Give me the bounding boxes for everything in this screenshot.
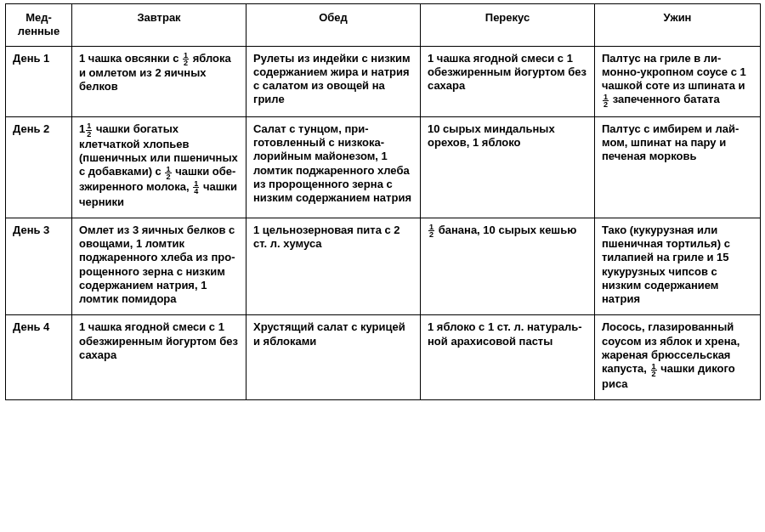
cell-breakfast: 112 чашки богатых клетчаткой хлопьев (пш… [72, 116, 246, 218]
header-snack: Перекус [421, 4, 595, 47]
cell-dinner: Лосось, глазированный соусом из яблок и … [595, 315, 761, 400]
header-breakfast: Завтрак [72, 4, 246, 47]
cell-dinner: Палтус на гриле в ли­монно-укропном соус… [595, 46, 761, 116]
fraction-quarter-icon: 14 [193, 180, 199, 195]
cell-lunch: 1 цельнозерновая пита с 2 ст. л. хумуса [246, 218, 421, 315]
header-slow: Мед-ленные [6, 4, 72, 47]
day-label: День 1 [6, 46, 72, 116]
cell-breakfast: 1 чашка ягодной сме­си с 1 обезжиренным … [72, 315, 246, 400]
fraction-half-icon: 12 [603, 93, 609, 108]
cell-snack: 1 яблоко с 1 ст. л. на­тураль­ной арахис… [421, 315, 595, 400]
table-row: День 3 Омлет из 3 яичных белков с овощам… [6, 218, 761, 315]
cell-snack: 1 чашка ягодной смеси с 1 обезжиренным й… [421, 46, 595, 116]
header-dinner: Ужин [595, 4, 761, 47]
fraction-half-icon: 12 [651, 363, 657, 377]
cell-snack: 12 банана, 10 сырых кешью [421, 218, 595, 315]
fraction-half-icon: 12 [428, 224, 434, 238]
cell-lunch: Рулеты из индейки с низ­ким содержанием … [246, 46, 421, 116]
table-row: День 1 1 чашка овсянки с 12 яблока и ом­… [6, 46, 761, 116]
fraction-half-icon: 12 [86, 122, 92, 137]
cell-breakfast: 1 чашка овсянки с 12 яблока и ом­летом и… [72, 46, 246, 116]
meal-plan-table: Мед-ленные Завтрак Обед Перекус Ужин Ден… [5, 3, 761, 400]
cell-snack: 10 сырых миндальных орехов, 1 яблоко [421, 116, 595, 218]
cell-breakfast: Омлет из 3 яичных белков с овощами, 1 ло… [72, 218, 246, 315]
header-lunch: Обед [246, 4, 421, 47]
table-row: День 2 112 чашки богатых клетчаткой хлоп… [6, 116, 761, 218]
day-label: День 2 [6, 116, 72, 218]
day-label: День 3 [6, 218, 72, 315]
table-row: День 4 1 чашка ягодной сме­си с 1 обезжи… [6, 315, 761, 400]
table-header-row: Мед-ленные Завтрак Обед Перекус Ужин [6, 4, 761, 47]
cell-dinner: Тако (кукурузная или пшеничная тортилья)… [595, 218, 761, 315]
cell-lunch: Салат с тунцом, при­готовленный с низкок… [246, 116, 421, 218]
cell-dinner: Палтус с имбирем и лай­мом, шпинат на па… [595, 116, 761, 218]
fraction-half-icon: 12 [165, 166, 171, 180]
cell-lunch: Хрустящий салат с кури­цей и яблоками [246, 315, 421, 400]
day-label: День 4 [6, 315, 72, 400]
fraction-half-icon: 12 [183, 52, 189, 66]
